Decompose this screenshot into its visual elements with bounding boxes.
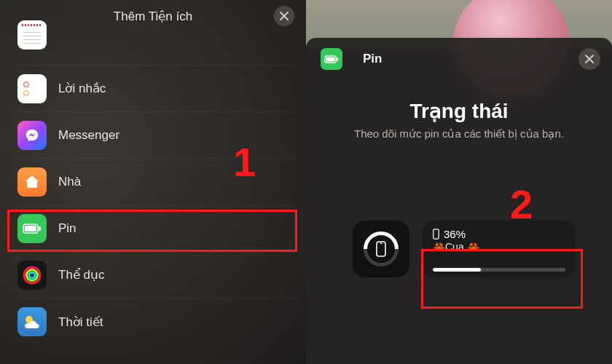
reminders-icon <box>17 74 47 103</box>
app-label: Nhà <box>58 175 81 189</box>
battery-ring <box>364 232 399 266</box>
widget-percent-row: 36% <box>433 228 565 240</box>
battery-icon <box>321 48 342 70</box>
widget-preview-panel: Pin Trạng thái Theo dõi mức pin của các … <box>306 0 612 364</box>
messenger-icon <box>17 121 47 150</box>
app-row-home[interactable]: Nhà <box>17 159 296 205</box>
app-label: Pin <box>58 221 76 236</box>
app-row-reminders[interactable]: Lời nhắc <box>17 66 296 112</box>
app-row-calendar[interactable] <box>17 35 296 66</box>
close-icon <box>280 12 289 20</box>
weather-icon <box>17 307 47 336</box>
status-block: Trạng thái Theo dõi mức pin của các thiế… <box>306 99 612 141</box>
app-label: Lời nhắc <box>58 81 106 96</box>
close-button[interactable] <box>274 6 294 26</box>
close-icon <box>585 55 594 63</box>
svg-rect-10 <box>377 242 385 256</box>
phone-icon <box>433 229 439 240</box>
sheet-close-button[interactable] <box>578 48 600 70</box>
svg-rect-1 <box>25 226 36 232</box>
svg-point-5 <box>29 272 35 278</box>
svg-rect-9 <box>337 58 338 61</box>
battery-bar-fill <box>433 268 481 272</box>
sheet-header: Pin <box>306 38 612 77</box>
svg-rect-11 <box>380 243 382 244</box>
home-icon <box>17 167 47 197</box>
phone-icon <box>375 241 387 257</box>
battery-bar <box>433 268 565 272</box>
widget-wide-battery[interactable]: 36% 🦀Cua 🦀 <box>423 221 576 277</box>
panel-title: Thêm Tiện ích <box>114 9 192 24</box>
app-row-fitness[interactable]: Thể dục <box>17 252 296 298</box>
battery-percent: 36% <box>444 228 466 240</box>
app-row-messenger[interactable]: Messenger <box>17 112 296 159</box>
widget-small-battery[interactable] <box>353 221 409 277</box>
fitness-icon <box>17 261 47 290</box>
app-row-weather[interactable]: Thời tiết <box>17 298 296 345</box>
sheet-title: Pin <box>363 52 382 66</box>
app-row-battery[interactable]: Pin <box>17 205 296 252</box>
status-title: Trạng thái <box>306 99 612 123</box>
svg-rect-8 <box>326 57 334 61</box>
app-label: Messenger <box>58 128 119 143</box>
status-subtitle: Theo dõi mức pin của các thiết bị của bạ… <box>306 127 612 141</box>
add-widget-panel: Thêm Tiện ích Lời nhắc Messenger Nhà <box>0 0 306 364</box>
app-label: Thể dục <box>58 267 105 282</box>
app-label: Thời tiết <box>58 314 103 330</box>
battery-icon <box>17 214 47 243</box>
calendar-icon <box>17 20 47 50</box>
widget-sheet: Pin Trạng thái Theo dõi mức pin của các … <box>306 38 612 364</box>
svg-rect-12 <box>434 229 439 239</box>
device-name: 🦀Cua 🦀 <box>433 241 565 253</box>
app-list: Lời nhắc Messenger Nhà Pin Thể dục <box>0 32 306 345</box>
widget-previews: 36% 🦀Cua 🦀 <box>306 221 612 277</box>
svg-rect-2 <box>39 226 41 231</box>
